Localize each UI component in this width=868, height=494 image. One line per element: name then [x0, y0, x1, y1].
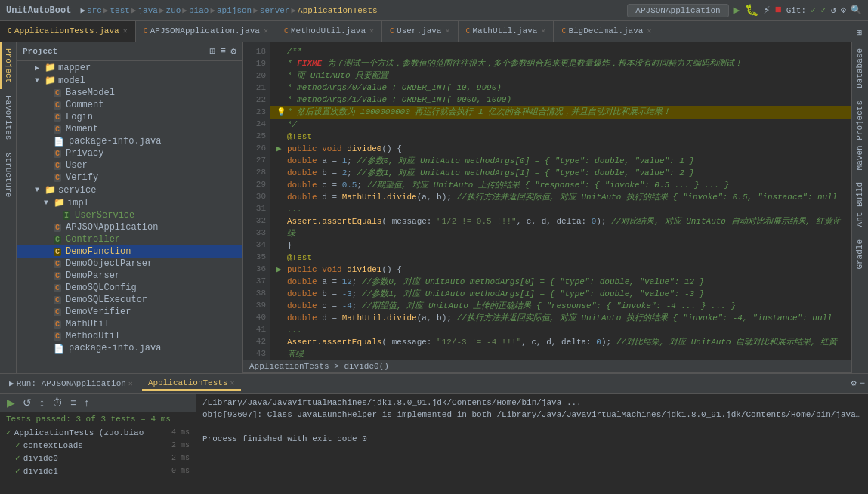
tree-item-controller[interactable]: C Controller — [17, 233, 242, 245]
tree-item-demo-object-parser[interactable]: C DemoObjectParser — [17, 258, 242, 270]
settings-icon[interactable]: ⚙ — [841, 5, 846, 16]
tab-math-util[interactable]: C MathUtil.java ✕ — [459, 21, 554, 42]
code-line: double c = 0.5; //期望值, 对应 UnitAuto 上传的结果… — [270, 179, 851, 191]
run-item-divide0[interactable]: ✓ divide0 2 ms — [0, 452, 196, 465]
import-btn[interactable]: ↑ — [82, 396, 91, 409]
tree-item-comment[interactable]: C Comment — [17, 99, 242, 111]
run-settings-icon[interactable]: ⚙ — [851, 378, 857, 389]
coverage-btn[interactable]: ⚡ — [764, 3, 771, 17]
git-label: Git: — [786, 6, 806, 15]
code-line: @Test — [270, 131, 851, 143]
tabs-bar: C ApplicationTests.java ✕ C APJSONApplic… — [0, 21, 868, 42]
tab-method-util[interactable]: C MethodUtil.java ✕ — [276, 21, 382, 42]
run-console-output[interactable]: /Library/Java/JavaVirtualMachines/jdk1.8… — [196, 394, 868, 494]
rerun-btn[interactable]: ▶ — [5, 396, 17, 409]
sidebar-gear-icon[interactable]: ⚙ — [230, 45, 236, 57]
run-minimize-icon[interactable]: − — [860, 378, 865, 389]
run-test-tree: ▶ ↺ ↕ ⏱ ≡ ↑ Tests passed: 3 of 3 tests –… — [0, 394, 196, 494]
tree-item-demo-verifier[interactable]: C DemoVerifier — [17, 306, 242, 318]
tree-item-base-model[interactable]: C BaseModel — [17, 87, 242, 99]
tab-application-tests[interactable]: C ApplicationTests.java ✕ — [0, 21, 136, 42]
right-tab-gradle[interactable]: Gradle — [852, 233, 868, 276]
project-sidebar: Project ⊞ ≡ ⚙ ▶ 📁 mapper ▼ 📁 model — [17, 42, 243, 373]
right-tab-database[interactable]: Database — [852, 42, 868, 94]
code-line: double d = MathUtil.divide(a, b); //执行方法… — [270, 312, 851, 336]
tab-apijson-application[interactable]: C APJSONApplication.java ✕ — [136, 21, 276, 42]
run-item-suite[interactable]: ✓ ApplicationTests (zuo.biao 4 ms — [0, 426, 196, 439]
tree-item-user[interactable]: C User — [17, 159, 242, 171]
git-icon[interactable]: ↺ — [831, 5, 836, 16]
run-main: ▶ ↺ ↕ ⏱ ≡ ↑ Tests passed: 3 of 3 tests –… — [0, 394, 868, 494]
stop-btn[interactable]: ■ — [775, 4, 782, 17]
tab-close-2[interactable]: ✕ — [264, 26, 268, 36]
left-tab-favorites[interactable]: Favorites — [0, 89, 16, 146]
run-item-context-loads[interactable]: ✓ contextLoads 2 ms — [0, 439, 196, 452]
tree-item-package-info-model[interactable]: 📄 package-info.java — [17, 135, 242, 147]
sidebar-sync-icon[interactable]: ⊞ — [210, 45, 216, 57]
code-line: /** — [270, 45, 851, 57]
code-content[interactable]: /** * FIXME 为了测试一个方法，参数值的范围往往很大，多个参数组合起来… — [270, 42, 851, 360]
tab-close-3[interactable]: ✕ — [369, 26, 374, 36]
tree-item-user-service[interactable]: I UserService — [17, 209, 242, 221]
right-tab-maven[interactable]: Maven Projects — [852, 94, 868, 176]
tree-item-apijson-application[interactable]: C APJSONApplication — [17, 221, 242, 233]
run-config[interactable]: APJSONApplication — [627, 4, 728, 17]
tree-item-privacy[interactable]: C Privacy — [17, 147, 242, 159]
code-line: double a = 12; //参数0, 对应 UnitAuto method… — [270, 276, 851, 288]
filter-btn[interactable]: ≡ — [68, 396, 79, 409]
run-tab-close-1[interactable]: ✕ — [128, 379, 133, 388]
tab-close-4[interactable]: ✕ — [445, 26, 449, 36]
sidebar-collapse-icon[interactable]: ≡ — [220, 45, 226, 57]
run-tab-tests[interactable]: ApplicationTests ✕ — [142, 377, 241, 391]
code-line: * methodArgs/1/value : ORDER_INT(-9000, … — [270, 94, 851, 106]
tree-item-method-util[interactable]: C MethodUtil — [17, 330, 242, 342]
code-line: Assert.assertEquals( message: "12/-3 != … — [270, 336, 851, 360]
tab-close-1[interactable]: ✕ — [123, 26, 128, 36]
tree-item-mapper[interactable]: ▶ 📁 mapper — [17, 61, 242, 74]
tab-user[interactable]: C User.java ✕ — [382, 21, 458, 42]
code-line: @Test — [270, 252, 851, 264]
code-line: double d = MathUtil.divide(a, b); //执行方法… — [270, 191, 851, 215]
right-tab-strip: Database Maven Projects Ant Build Gradle — [851, 42, 868, 373]
tree-item-demo-function[interactable]: C DemoFunction — [17, 245, 242, 258]
editor-split-btn[interactable]: ⊞ — [851, 24, 868, 42]
tree-item-demo-sql-executor[interactable]: C DemoSQLExecutor — [17, 294, 242, 306]
left-tab-structure[interactable]: Structure — [0, 147, 16, 203]
code-line: * 而 UnitAuto 只要配置 — [270, 69, 851, 82]
top-bar: UnitAutoBoot ▶ src ▶ test ▶ java ▶ zuo ▶… — [0, 0, 868, 21]
tree-item-moment[interactable]: C Moment — [17, 123, 242, 135]
line-numbers: 18 19 20 21 22 23 24 25 26 27 28 29 30 3… — [243, 42, 270, 360]
code-line: double b = -3; //参数1, 对应 UnitAuto method… — [270, 288, 851, 300]
tree-item-package-info-service[interactable]: 📄 package-info.java — [17, 342, 242, 354]
debug-btn[interactable]: 🐛 — [745, 3, 759, 17]
sort-alpha-btn[interactable]: ↕ — [37, 396, 47, 409]
code-line: */ — [270, 119, 851, 131]
left-tab-project[interactable]: Project — [0, 42, 16, 89]
run-tab-close-2[interactable]: ✕ — [230, 378, 235, 387]
tree-item-login[interactable]: C Login — [17, 111, 242, 123]
tab-close-5[interactable]: ✕ — [541, 26, 545, 36]
tree-item-service[interactable]: ▼ 📁 service — [17, 184, 242, 196]
tree-item-math-util[interactable]: C MathUtil — [17, 318, 242, 330]
search-icon[interactable]: 🔍 — [851, 5, 862, 16]
run-tab-apijson[interactable]: ▶ Run: APJSONApplication ✕ — [3, 377, 139, 390]
tree-item-demo-parser[interactable]: C DemoParser — [17, 270, 242, 282]
tab-big-decimal[interactable]: C BigDecimal.java ✕ — [554, 21, 659, 42]
tree-item-model[interactable]: ▼ 📁 model — [17, 74, 242, 87]
tree-item-demo-sql-config[interactable]: C DemoSQLConfig — [17, 282, 242, 294]
sort-duration-btn[interactable]: ⏱ — [50, 396, 65, 409]
run-item-divide1[interactable]: ✓ divide1 0 ms — [0, 465, 196, 477]
git-check2: ✓ — [820, 5, 826, 16]
code-line: ▶ public void divide0() { — [270, 143, 851, 155]
sidebar-title: Project — [23, 47, 57, 56]
rerun-failed-btn[interactable]: ↺ — [20, 396, 34, 409]
run-toolbar: ▶ ↺ ↕ ⏱ ≡ ↑ — [0, 394, 196, 412]
run-btn[interactable]: ▶ — [734, 3, 740, 17]
tree-item-verify[interactable]: C Verify — [17, 171, 242, 184]
right-tab-ant[interactable]: Ant Build — [852, 176, 868, 233]
tab-close-6[interactable]: ✕ — [647, 26, 651, 36]
code-line: ▶ public void divide1() { — [270, 264, 851, 276]
tree-item-impl[interactable]: ▼ 📁 impl — [17, 196, 242, 209]
console-line-1: /Library/Java/JavaVirtualMachines/jdk1.8… — [202, 397, 862, 409]
run-panel-tabs: ▶ Run: APJSONApplication ✕ ApplicationTe… — [0, 374, 868, 394]
